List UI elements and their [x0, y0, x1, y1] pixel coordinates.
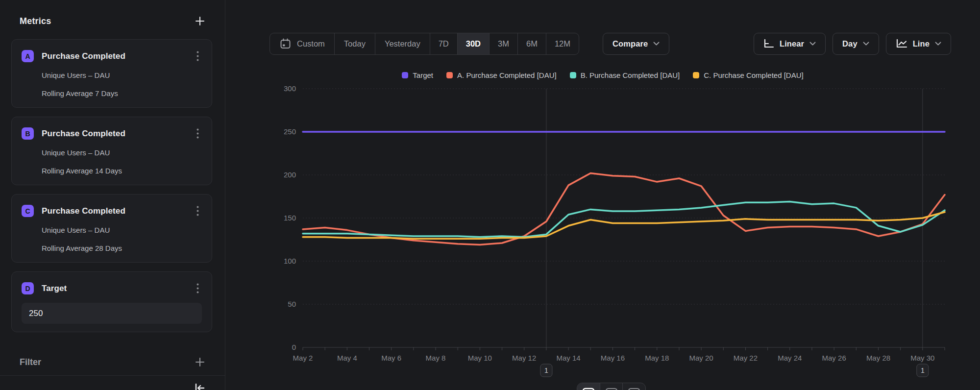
y-axis-tick-label: 50 [288, 300, 296, 308]
x-axis-tick-label: May 12 [512, 354, 536, 362]
filter-section-header: Filter [20, 356, 206, 368]
kebab-menu-icon [196, 128, 199, 139]
y-axis-tick-label: 300 [284, 84, 296, 93]
chart-area: 050100150200250300May 2May 4May 6May 8Ma… [225, 64, 980, 390]
series-line [303, 212, 945, 239]
metric-card-head: A Purchase Completed [22, 49, 202, 63]
plus-icon [195, 357, 205, 367]
y-axis-tick-label: 200 [284, 171, 296, 179]
granularity-label: Day [842, 39, 858, 49]
x-axis-tick-label: May 4 [337, 354, 357, 362]
granularity-select-button[interactable]: Day [833, 33, 879, 55]
kebab-menu-icon [196, 51, 199, 61]
chevron-down-icon [653, 42, 660, 46]
annotation-badge-label: 1 [544, 366, 548, 374]
range-label: 12M [555, 39, 570, 49]
collapse-sidebar-button[interactable] [192, 379, 207, 390]
metric-measure: Unique Users – DAU [42, 148, 202, 157]
range-label: 3M [498, 39, 509, 49]
metric-badge-b: B [22, 127, 34, 140]
metric-transform: Rolling Average 28 Days [42, 244, 202, 252]
metric-title: Purchase Completed [42, 51, 125, 61]
annotation-badge-label: 1 [921, 366, 925, 374]
x-axis-tick-label: May 18 [645, 354, 669, 362]
chart-size-medium-button[interactable] [600, 383, 623, 390]
y-axis-tick-label: 250 [284, 127, 296, 136]
filter-title: Filter [20, 357, 41, 367]
range-label: Custom [297, 39, 325, 49]
x-axis-tick-label: May 20 [689, 354, 713, 362]
range-30d-button[interactable]: 30D [458, 33, 490, 54]
range-7d-button[interactable]: 7D [430, 33, 458, 54]
metric-card-b[interactable]: B Purchase Completed Unique Users – DAU … [11, 117, 212, 185]
range-6m-button[interactable]: 6M [518, 33, 546, 54]
metric-transform: Rolling Average 14 Days [42, 167, 202, 175]
range-custom-button[interactable]: Custom [270, 33, 335, 54]
x-axis-tick-label: May 26 [822, 354, 846, 362]
series-line [303, 173, 945, 245]
target-title: Target [42, 284, 67, 293]
metrics-sidebar: Metrics A Purchase Completed Unique User… [0, 0, 225, 390]
add-filter-button[interactable] [194, 356, 206, 368]
kebab-menu-icon [196, 283, 199, 293]
chart-size-small-button[interactable] [577, 383, 600, 390]
chart-options-group: Linear Day Line [754, 33, 951, 55]
range-label: 6M [526, 39, 538, 49]
size-large-icon [628, 388, 640, 390]
metric-menu-button[interactable] [194, 281, 202, 295]
metric-menu-button[interactable] [194, 204, 202, 218]
size-medium-icon [605, 388, 618, 390]
add-metric-button[interactable] [194, 15, 206, 27]
chart-size-large-button[interactable] [623, 383, 645, 390]
chevron-down-icon [809, 42, 816, 46]
metric-measure: Unique Users – DAU [42, 226, 202, 234]
x-axis-tick-label: May 24 [778, 354, 802, 362]
y-axis-tick-label: 0 [292, 343, 296, 351]
range-3m-button[interactable]: 3M [490, 33, 518, 54]
range-label: 30D [466, 39, 481, 49]
x-axis-tick-label: May 8 [426, 354, 446, 362]
range-today-button[interactable]: Today [335, 33, 375, 54]
metric-measure: Unique Users – DAU [42, 71, 202, 79]
range-label: 7D [439, 39, 449, 49]
collapse-left-icon [192, 379, 207, 390]
metric-card-a[interactable]: A Purchase Completed Unique Users – DAU … [11, 39, 212, 108]
metrics-line-chart[interactable]: 050100150200250300May 2May 4May 6May 8Ma… [225, 64, 980, 390]
x-axis-tick-label: May 16 [601, 354, 625, 362]
metric-menu-button[interactable] [194, 126, 202, 141]
scale-select-button[interactable]: Linear [754, 33, 826, 55]
metric-card-head: B Purchase Completed [22, 126, 202, 141]
x-axis-tick-label: May 22 [734, 354, 758, 362]
target-value-input[interactable] [22, 303, 202, 324]
range-label: Yesterday [385, 39, 420, 49]
kebab-menu-icon [196, 206, 199, 216]
metric-badge-c: C [22, 205, 34, 217]
target-card[interactable]: D Target [11, 271, 212, 332]
chart-type-label: Line [913, 39, 930, 49]
chart-type-select-button[interactable]: Line [886, 33, 951, 55]
size-small-icon [582, 388, 595, 390]
chevron-down-icon [863, 42, 869, 46]
metric-badge-a: A [22, 50, 34, 62]
chevron-down-icon [935, 42, 941, 46]
compare-button[interactable]: Compare [603, 33, 669, 55]
x-axis-tick-label: May 14 [556, 354, 580, 362]
metric-card-c[interactable]: C Purchase Completed Unique Users – DAU … [11, 194, 212, 263]
metric-menu-button[interactable] [194, 49, 202, 63]
plus-icon [195, 16, 205, 26]
x-axis-tick-label: May 2 [293, 354, 313, 362]
range-yesterday-button[interactable]: Yesterday [375, 33, 430, 54]
sidebar-divider [0, 375, 225, 376]
sidebar-header: Metrics [20, 15, 206, 27]
metric-card-head: C Purchase Completed [22, 204, 202, 218]
range-12m-button[interactable]: 12M [546, 33, 579, 54]
y-axis-tick-label: 150 [284, 214, 296, 222]
range-label: Today [344, 39, 366, 49]
x-axis-tick-label: May 28 [866, 354, 890, 362]
metric-transform: Rolling Average 7 Days [42, 89, 202, 98]
x-axis-tick-label: May 6 [381, 354, 401, 362]
linear-scale-icon [763, 39, 774, 49]
x-axis-tick-label: May 10 [468, 354, 492, 362]
target-card-head: D Target [22, 281, 202, 295]
line-chart-icon [896, 39, 907, 49]
